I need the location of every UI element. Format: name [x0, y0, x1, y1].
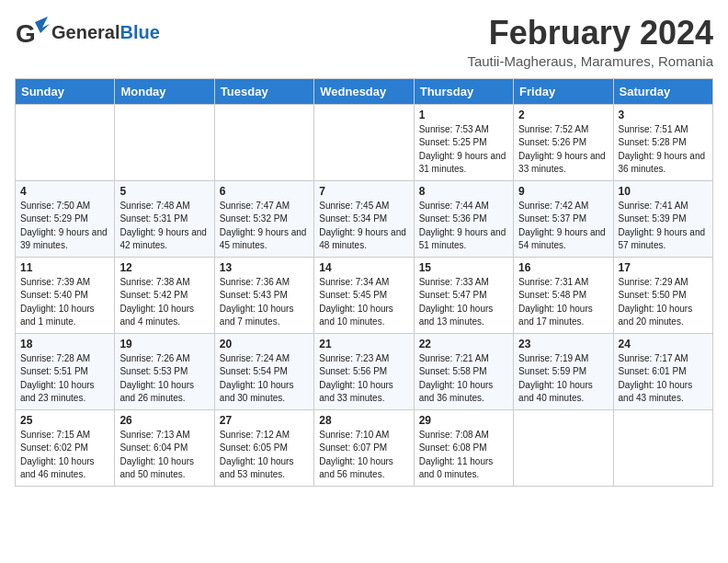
calendar-header-row: SundayMondayTuesdayWednesdayThursdayFrid…	[16, 78, 713, 104]
day-details: Sunrise: 7:42 AMSunset: 5:37 PMDaylight:…	[518, 200, 608, 253]
location-subtitle: Tautii-Magheraus, Maramures, Romania	[467, 53, 713, 69]
day-details: Sunrise: 7:13 AMSunset: 6:04 PMDaylight:…	[119, 429, 209, 482]
day-number: 6	[220, 185, 309, 198]
calendar-cell: 28Sunrise: 7:10 AMSunset: 6:07 PMDayligh…	[314, 409, 414, 486]
day-details: Sunrise: 7:21 AMSunset: 5:58 PMDaylight:…	[419, 352, 508, 406]
day-number: 18	[20, 338, 109, 350]
day-number: 23	[518, 338, 608, 350]
calendar-cell: 27Sunrise: 7:12 AMSunset: 6:05 PMDayligh…	[214, 409, 313, 486]
weekday-header: Friday	[514, 78, 613, 104]
calendar-cell	[613, 409, 712, 486]
calendar-cell: 23Sunrise: 7:19 AMSunset: 5:59 PMDayligh…	[514, 333, 613, 409]
day-number: 15	[419, 261, 508, 274]
day-number: 2	[518, 109, 608, 121]
header: G GeneralBlue February 2024 Tautii-Maghe…	[15, 15, 713, 69]
day-details: Sunrise: 7:53 AMSunset: 5:25 PMDaylight:…	[419, 123, 508, 177]
day-number: 12	[119, 261, 209, 274]
day-details: Sunrise: 7:44 AMSunset: 5:36 PMDaylight:…	[419, 200, 508, 253]
calendar-cell: 8Sunrise: 7:44 AMSunset: 5:36 PMDaylight…	[414, 180, 513, 257]
day-number: 13	[220, 261, 309, 274]
calendar-cell: 2Sunrise: 7:52 AMSunset: 5:26 PMDaylight…	[514, 104, 613, 180]
calendar-cell: 4Sunrise: 7:50 AMSunset: 5:29 PMDaylight…	[16, 180, 115, 257]
calendar-cell	[16, 104, 115, 180]
calendar-cell: 10Sunrise: 7:41 AMSunset: 5:39 PMDayligh…	[613, 180, 712, 257]
day-number: 1	[419, 109, 508, 121]
day-details: Sunrise: 7:52 AMSunset: 5:26 PMDaylight:…	[518, 123, 608, 177]
day-details: Sunrise: 7:23 AMSunset: 5:56 PMDaylight:…	[319, 352, 408, 406]
weekday-header: Tuesday	[214, 78, 313, 104]
day-number: 27	[220, 414, 309, 427]
calendar-cell: 19Sunrise: 7:26 AMSunset: 5:53 PMDayligh…	[115, 333, 214, 409]
calendar-cell	[214, 104, 313, 180]
calendar-cell: 22Sunrise: 7:21 AMSunset: 5:58 PMDayligh…	[414, 333, 513, 409]
day-details: Sunrise: 7:39 AMSunset: 5:40 PMDaylight:…	[20, 276, 109, 329]
weekday-header: Saturday	[613, 78, 712, 104]
calendar-cell: 11Sunrise: 7:39 AMSunset: 5:40 PMDayligh…	[16, 257, 115, 333]
calendar-cell: 25Sunrise: 7:15 AMSunset: 6:02 PMDayligh…	[16, 409, 115, 486]
calendar-cell	[314, 104, 414, 180]
day-details: Sunrise: 7:51 AMSunset: 5:28 PMDaylight:…	[619, 123, 708, 177]
calendar-cell: 12Sunrise: 7:38 AMSunset: 5:42 PMDayligh…	[115, 257, 214, 333]
day-number: 21	[319, 338, 408, 350]
weekday-header: Sunday	[16, 78, 115, 104]
day-details: Sunrise: 7:45 AMSunset: 5:34 PMDaylight:…	[319, 200, 408, 253]
day-number: 26	[119, 414, 209, 427]
day-details: Sunrise: 7:47 AMSunset: 5:32 PMDaylight:…	[220, 200, 309, 253]
day-details: Sunrise: 7:15 AMSunset: 6:02 PMDaylight:…	[20, 429, 109, 482]
day-details: Sunrise: 7:26 AMSunset: 5:53 PMDaylight:…	[119, 352, 209, 406]
calendar-cell: 14Sunrise: 7:34 AMSunset: 5:45 PMDayligh…	[314, 257, 414, 333]
day-number: 10	[619, 185, 708, 198]
day-details: Sunrise: 7:17 AMSunset: 6:01 PMDaylight:…	[619, 352, 708, 406]
calendar-cell: 13Sunrise: 7:36 AMSunset: 5:43 PMDayligh…	[214, 257, 313, 333]
day-details: Sunrise: 7:24 AMSunset: 5:54 PMDaylight:…	[220, 352, 309, 406]
day-details: Sunrise: 7:36 AMSunset: 5:43 PMDaylight:…	[220, 276, 309, 329]
calendar-cell: 7Sunrise: 7:45 AMSunset: 5:34 PMDaylight…	[314, 180, 414, 257]
day-number: 29	[419, 414, 508, 427]
calendar-week-row: 4Sunrise: 7:50 AMSunset: 5:29 PMDaylight…	[16, 180, 713, 257]
logo-icon: G	[15, 15, 50, 50]
day-details: Sunrise: 7:33 AMSunset: 5:47 PMDaylight:…	[419, 276, 508, 329]
calendar-cell: 26Sunrise: 7:13 AMSunset: 6:04 PMDayligh…	[115, 409, 214, 486]
calendar-cell: 9Sunrise: 7:42 AMSunset: 5:37 PMDaylight…	[514, 180, 613, 257]
day-details: Sunrise: 7:41 AMSunset: 5:39 PMDaylight:…	[619, 200, 708, 253]
calendar-cell: 24Sunrise: 7:17 AMSunset: 6:01 PMDayligh…	[613, 333, 712, 409]
calendar-week-row: 1Sunrise: 7:53 AMSunset: 5:25 PMDaylight…	[16, 104, 713, 180]
day-details: Sunrise: 7:38 AMSunset: 5:42 PMDaylight:…	[119, 276, 209, 329]
day-number: 20	[220, 338, 309, 350]
day-number: 25	[20, 414, 109, 427]
calendar-cell: 15Sunrise: 7:33 AMSunset: 5:47 PMDayligh…	[414, 257, 513, 333]
calendar-cell	[115, 104, 214, 180]
weekday-header: Thursday	[414, 78, 513, 104]
logo-blue-text: Blue	[119, 22, 159, 42]
calendar-table: SundayMondayTuesdayWednesdayThursdayFrid…	[15, 78, 713, 487]
day-number: 9	[518, 185, 608, 198]
calendar-cell: 29Sunrise: 7:08 AMSunset: 6:08 PMDayligh…	[414, 409, 513, 486]
day-details: Sunrise: 7:50 AMSunset: 5:29 PMDaylight:…	[20, 200, 109, 253]
calendar-week-row: 11Sunrise: 7:39 AMSunset: 5:40 PMDayligh…	[16, 257, 713, 333]
day-number: 22	[419, 338, 508, 350]
day-number: 17	[619, 261, 708, 274]
day-details: Sunrise: 7:34 AMSunset: 5:45 PMDaylight:…	[319, 276, 408, 329]
month-title: February 2024	[467, 15, 713, 52]
day-number: 11	[20, 261, 109, 274]
day-number: 19	[119, 338, 209, 350]
day-number: 16	[518, 261, 608, 274]
calendar-cell	[514, 409, 613, 486]
calendar-week-row: 25Sunrise: 7:15 AMSunset: 6:02 PMDayligh…	[16, 409, 713, 486]
weekday-header: Monday	[115, 78, 214, 104]
logo: G GeneralBlue	[15, 15, 160, 50]
calendar-cell: 17Sunrise: 7:29 AMSunset: 5:50 PMDayligh…	[613, 257, 712, 333]
day-details: Sunrise: 7:19 AMSunset: 5:59 PMDaylight:…	[518, 352, 608, 406]
day-details: Sunrise: 7:10 AMSunset: 6:07 PMDaylight:…	[319, 429, 408, 482]
calendar-cell: 16Sunrise: 7:31 AMSunset: 5:48 PMDayligh…	[514, 257, 613, 333]
day-details: Sunrise: 7:48 AMSunset: 5:31 PMDaylight:…	[119, 200, 209, 253]
day-number: 8	[419, 185, 508, 198]
day-details: Sunrise: 7:08 AMSunset: 6:08 PMDaylight:…	[419, 429, 508, 482]
day-number: 14	[319, 261, 408, 274]
calendar-week-row: 18Sunrise: 7:28 AMSunset: 5:51 PMDayligh…	[16, 333, 713, 409]
calendar-cell: 6Sunrise: 7:47 AMSunset: 5:32 PMDaylight…	[214, 180, 313, 257]
day-number: 4	[20, 185, 109, 198]
day-details: Sunrise: 7:12 AMSunset: 6:05 PMDaylight:…	[220, 429, 309, 482]
calendar-cell: 18Sunrise: 7:28 AMSunset: 5:51 PMDayligh…	[16, 333, 115, 409]
calendar-cell: 3Sunrise: 7:51 AMSunset: 5:28 PMDaylight…	[613, 104, 712, 180]
